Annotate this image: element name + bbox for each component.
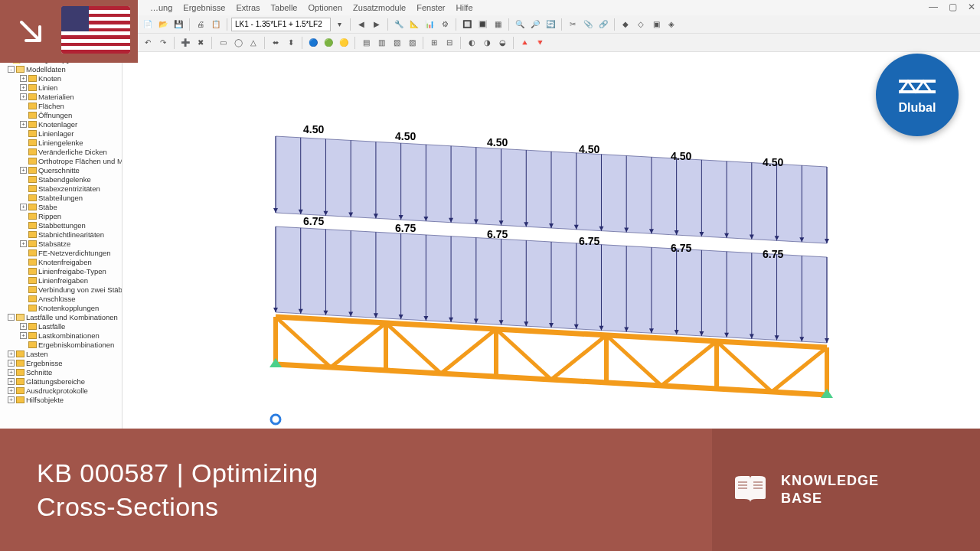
- svg-line-118: [606, 335, 662, 386]
- tree-item[interactable]: Stabexzentrizitäten: [20, 184, 122, 193]
- tree-item[interactable]: +Querschnitte: [20, 165, 122, 174]
- tool-icon[interactable]: ⊞: [427, 36, 441, 50]
- tree-item[interactable]: +Knotenlager: [20, 119, 122, 129]
- tool-icon[interactable]: ⚙: [438, 18, 452, 31]
- tool-icon[interactable]: 📐: [407, 18, 421, 31]
- tool-icon[interactable]: 🖨: [194, 18, 207, 31]
- tool-icon[interactable]: ➕: [178, 36, 192, 50]
- tool-icon[interactable]: ◐: [465, 36, 479, 50]
- nav-next-icon[interactable]: ▶: [370, 18, 384, 31]
- tree-item[interactable]: +Stäbe: [20, 202, 122, 211]
- tree-item[interactable]: Knotenkopplungen: [20, 303, 122, 312]
- tree-item[interactable]: +Lastfälle: [20, 321, 122, 331]
- tool-icon[interactable]: ⬍: [284, 36, 298, 50]
- tree-group[interactable]: +Lasten: [8, 349, 122, 358]
- tool-icon[interactable]: 🟢: [322, 36, 335, 50]
- close-button[interactable]: ✕: [968, 2, 975, 12]
- tree-item[interactable]: Stabnichtlinearitäten: [20, 230, 122, 239]
- menu-item[interactable]: Extras: [236, 3, 260, 12]
- tree-item[interactable]: Öffnungen: [20, 110, 122, 119]
- menu-item[interactable]: …ung: [150, 3, 172, 12]
- minimize-button[interactable]: —: [929, 2, 938, 12]
- tree-group[interactable]: +Hilfsobjekte: [8, 395, 122, 404]
- tool-icon[interactable]: ▨: [405, 36, 419, 50]
- tree-item[interactable]: +Materialien: [20, 92, 122, 101]
- tool-icon[interactable]: ▭: [216, 36, 230, 50]
- tool-icon[interactable]: 🔎: [528, 18, 542, 31]
- tool-icon[interactable]: ◈: [665, 18, 678, 31]
- navigator-sidebar[interactable]: - 📐 Truss [Temp] -Modelldaten+Knoten+Lin…: [0, 52, 122, 447]
- tool-icon[interactable]: 📄: [141, 18, 155, 31]
- tree-item[interactable]: Ergebniskombinationen: [20, 340, 122, 349]
- tool-icon[interactable]: ✂: [566, 18, 580, 31]
- tree-item[interactable]: Orthotrope Flächen und Membranen: [20, 156, 122, 165]
- tree-group[interactable]: -Modelldaten: [8, 64, 122, 73]
- menu-item[interactable]: Fenster: [416, 3, 445, 12]
- tree-item[interactable]: Rippen: [20, 211, 122, 220]
- tool-icon[interactable]: 📋: [209, 18, 223, 31]
- menu-item[interactable]: Tabelle: [271, 3, 298, 12]
- tool-icon[interactable]: ▤: [359, 36, 373, 50]
- tree-item[interactable]: +Stabsätze: [20, 239, 122, 248]
- tool-icon[interactable]: 🟡: [337, 36, 351, 50]
- dropdown-icon[interactable]: ▾: [332, 18, 346, 31]
- tool-icon[interactable]: ▥: [374, 36, 388, 50]
- tool-icon[interactable]: 🔻: [533, 36, 547, 50]
- tool-icon[interactable]: 🔧: [392, 18, 406, 31]
- tool-icon[interactable]: 📊: [423, 18, 436, 31]
- tree-group[interactable]: -Lastfälle und Kombinationen: [8, 312, 122, 321]
- maximize-button[interactable]: ▢: [949, 2, 957, 12]
- tool-icon[interactable]: ◒: [495, 36, 509, 50]
- tree-item[interactable]: FE-Netzverdichtungen: [20, 248, 122, 257]
- tool-icon[interactable]: 🔺: [518, 36, 531, 50]
- tool-icon[interactable]: ↶: [141, 36, 155, 50]
- tool-icon[interactable]: ↷: [156, 36, 170, 50]
- tool-icon[interactable]: ▣: [649, 18, 663, 31]
- tool-icon[interactable]: 🔍: [513, 18, 527, 31]
- tree-item[interactable]: Stabteilungen: [20, 193, 122, 202]
- tree-item[interactable]: Veränderliche Dicken: [20, 147, 122, 156]
- tree-item[interactable]: +Lastkombinationen: [20, 331, 122, 340]
- tool-icon[interactable]: 📂: [156, 18, 170, 31]
- menu-item[interactable]: Optionen: [308, 3, 342, 12]
- tool-icon[interactable]: △: [247, 36, 260, 50]
- tool-icon[interactable]: ◇: [634, 18, 648, 31]
- tree-group[interactable]: +Schnitte: [8, 367, 122, 377]
- tool-icon[interactable]: 🔵: [306, 36, 320, 50]
- tool-icon[interactable]: ⬌: [269, 36, 283, 50]
- nav-prev-icon[interactable]: ◀: [354, 18, 368, 31]
- tree-item[interactable]: Linienfreigaben: [20, 276, 122, 285]
- tree-item[interactable]: Stabbettungen: [20, 220, 122, 230]
- menu-item[interactable]: Zusatzmodule: [353, 3, 406, 12]
- model-viewport[interactable]: 4.506.754.506.754.506.754.506.754.506.75…: [122, 52, 980, 447]
- tree-item[interactable]: Anschlüsse: [20, 294, 122, 303]
- tool-icon[interactable]: ▦: [491, 18, 505, 31]
- tool-icon[interactable]: ▧: [390, 36, 403, 50]
- tree-item[interactable]: Stabendgelenke: [20, 174, 122, 184]
- tool-icon[interactable]: 💾: [172, 18, 185, 31]
- tree-item[interactable]: Verbindung von zwei Stäben: [20, 285, 122, 294]
- tree-item[interactable]: +Knoten: [20, 73, 122, 83]
- tool-icon[interactable]: 🔲: [460, 18, 474, 31]
- tool-icon[interactable]: 🔳: [475, 18, 489, 31]
- tool-icon[interactable]: 📎: [581, 18, 595, 31]
- menu-item[interactable]: Ergebnisse: [183, 3, 225, 12]
- tool-icon[interactable]: ◯: [231, 36, 245, 50]
- tree-item[interactable]: +Linien: [20, 83, 122, 92]
- tree-item[interactable]: Flächen: [20, 101, 122, 110]
- tree-group[interactable]: +Ergebnisse: [8, 358, 122, 367]
- tool-icon[interactable]: ✖: [194, 36, 207, 50]
- tree-item[interactable]: Linienfreigabe-Typen: [20, 266, 122, 276]
- tool-icon[interactable]: ◆: [619, 18, 632, 31]
- tool-icon[interactable]: 🔄: [544, 18, 557, 31]
- load-combo-select[interactable]: LK1 - 1.35*LF1 + 1.5*LF2: [231, 18, 331, 31]
- tool-icon[interactable]: ◑: [480, 36, 494, 50]
- menu-item[interactable]: Hilfe: [456, 3, 473, 12]
- tree-item[interactable]: Linienlager: [20, 129, 122, 138]
- tree-group[interactable]: +Ausdruckprotokolle: [8, 386, 122, 395]
- tree-item[interactable]: Liniengelenke: [20, 138, 122, 147]
- tree-item[interactable]: Knotenfreigaben: [20, 257, 122, 266]
- tree-group[interactable]: +Glättungsbereiche: [8, 377, 122, 386]
- tool-icon[interactable]: 🔗: [596, 18, 610, 31]
- tool-icon[interactable]: ⊟: [443, 36, 456, 50]
